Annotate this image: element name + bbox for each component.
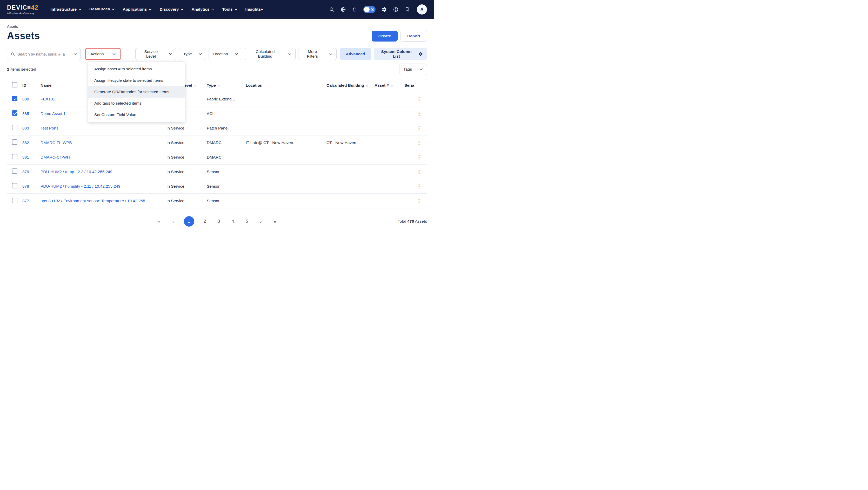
nav-item-infrastructure[interactable]: Infrastructure <box>51 5 81 14</box>
table-row: 881 DMARC-CT-WH In Service DMARC ⋮ <box>7 150 427 165</box>
chevron-down-icon <box>211 8 214 10</box>
row-checkbox[interactable] <box>12 168 18 174</box>
asset-name-link[interactable]: Demo Asset 1 <box>40 111 66 116</box>
nav-item-analytics[interactable]: Analytics <box>191 5 214 14</box>
bookmark-icon[interactable] <box>404 7 410 12</box>
nav-item-applications[interactable]: Applications <box>123 5 151 14</box>
row-actions-kebab[interactable]: ⋮ <box>416 184 422 189</box>
asset-name-link[interactable]: Test Ports <box>40 126 58 130</box>
main-content: Assets Assets Create Report × Actions Se… <box>0 24 434 227</box>
select-all-checkbox[interactable] <box>12 82 18 88</box>
service-level-cell: In Service <box>166 126 207 131</box>
row-actions-kebab[interactable]: ⋮ <box>416 169 422 174</box>
page-button-1[interactable]: 1 <box>184 216 194 227</box>
row-actions-kebab[interactable]: ⋮ <box>416 140 422 145</box>
bell-icon[interactable] <box>352 7 358 12</box>
asset-id-link[interactable]: 888 <box>22 97 29 101</box>
selection-status: 2 items selected <box>7 67 36 72</box>
system-column-list-label: System Column List <box>378 49 415 59</box>
chevron-down-icon <box>199 53 202 55</box>
advanced-button[interactable]: Advanced <box>340 48 371 60</box>
row-checkbox[interactable] <box>12 139 18 145</box>
globe-icon[interactable] <box>341 7 346 12</box>
nav-item-tools[interactable]: Tools <box>222 5 237 14</box>
clear-search-icon[interactable]: × <box>74 52 77 57</box>
service-level-cell: In Service <box>166 184 207 189</box>
column-header-id[interactable]: ID↑↓ <box>22 83 40 88</box>
column-header-serial[interactable]: Seria <box>404 83 421 88</box>
page-button-2[interactable]: 2 <box>202 219 208 224</box>
row-checkbox[interactable] <box>12 125 18 130</box>
row-actions-kebab[interactable]: ⋮ <box>416 198 422 204</box>
page: DEVIC≡42 A Freshworks Company Infrastruc… <box>0 0 434 245</box>
type-cell: DMARC <box>207 155 246 160</box>
row-checkbox[interactable] <box>12 110 18 116</box>
first-page-button[interactable]: « <box>156 219 163 224</box>
calculated-building-dropdown[interactable]: Calculated Building <box>245 48 296 60</box>
chevron-down-icon <box>79 8 81 10</box>
search-icon <box>11 52 15 56</box>
asset-name-link[interactable]: DMARC-FL-WPB <box>40 140 72 145</box>
row-actions-kebab[interactable]: ⋮ <box>416 125 422 131</box>
main-nav: Infrastructure Resources Applications Di… <box>51 5 263 14</box>
asset-name-link[interactable]: PDU-HUM2 / temp - 2.2 / 10.42.255.249 <box>40 169 113 174</box>
device42-logo[interactable]: DEVIC≡42 A Freshworks Company <box>7 5 38 14</box>
row-checkbox[interactable] <box>12 198 18 203</box>
menu-item-set-custom-field[interactable]: Set Custom Field Value <box>88 109 185 121</box>
asset-id-link[interactable]: 883 <box>22 126 29 130</box>
asset-id-link[interactable]: 879 <box>22 169 29 174</box>
create-button[interactable]: Create <box>372 31 398 41</box>
column-header-calculated-building[interactable]: Calculated Building↑↓ <box>327 83 374 88</box>
page-button-4[interactable]: 4 <box>229 219 236 224</box>
avatar[interactable]: A <box>417 4 427 14</box>
last-page-button[interactable]: » <box>272 219 278 224</box>
asset-id-link[interactable]: 881 <box>22 155 29 159</box>
row-actions-kebab[interactable]: ⋮ <box>416 155 422 160</box>
more-filters-dropdown[interactable]: More Filters <box>298 48 336 60</box>
row-actions-kebab[interactable]: ⋮ <box>416 96 422 102</box>
location-dropdown[interactable]: Location <box>209 48 242 60</box>
tags-dropdown[interactable]: Tags <box>399 64 427 75</box>
search-input[interactable] <box>18 52 72 56</box>
breadcrumb[interactable]: Assets <box>7 24 427 29</box>
page-button-3[interactable]: 3 <box>216 219 222 224</box>
column-header-location[interactable]: Location↑↓ <box>246 83 327 88</box>
asset-id-link[interactable]: 882 <box>22 140 29 145</box>
system-column-list-button[interactable]: System Column List <box>374 48 427 60</box>
asset-name-link[interactable]: DMARC-CT-WH <box>40 155 70 159</box>
type-dropdown[interactable]: Type <box>179 48 206 60</box>
asset-id-link[interactable]: 878 <box>22 184 29 188</box>
service-level-dropdown[interactable]: Service Level <box>135 48 176 60</box>
actions-dropdown[interactable]: Actions <box>86 48 121 60</box>
row-actions-kebab[interactable]: ⋮ <box>416 111 422 116</box>
asset-name-link[interactable]: PDU-HUM2 / humidity - 2.11 / 10.42.255.2… <box>40 184 120 188</box>
column-header-asset-number[interactable]: Asset #↑↓ <box>374 83 404 88</box>
theme-toggle[interactable] <box>363 6 376 13</box>
asset-id-link[interactable]: 885 <box>22 111 29 116</box>
nav-item-resources[interactable]: Resources <box>89 5 115 14</box>
table-header: ID↑↓ Name↑↓ Service Level↑↓ Type↑↓ Locat… <box>7 79 427 92</box>
asset-name-link[interactable]: ups-8-r102 / Environment sensor: Tempera… <box>40 199 150 203</box>
menu-item-add-tags[interactable]: Add tags to selected items <box>88 98 185 109</box>
page-button-5[interactable]: 5 <box>244 219 250 224</box>
search-icon[interactable] <box>329 7 335 12</box>
asset-name-link[interactable]: FEX101 <box>40 97 55 101</box>
asset-id-link[interactable]: 877 <box>22 199 29 203</box>
report-button[interactable]: Report <box>401 31 427 41</box>
help-icon[interactable] <box>393 7 398 12</box>
menu-item-assign-asset-number[interactable]: Assign asset # to selected items <box>88 63 185 75</box>
row-checkbox[interactable] <box>12 96 18 101</box>
gear-icon[interactable] <box>381 7 387 12</box>
selection-row: 2 items selected Tags <box>7 64 427 75</box>
search-box[interactable]: × <box>7 48 81 60</box>
next-page-button[interactable]: › <box>258 219 265 224</box>
row-checkbox[interactable] <box>12 183 18 188</box>
chevron-down-icon <box>113 53 116 55</box>
prev-page-button[interactable]: ‹ <box>170 219 177 224</box>
nav-item-discovery[interactable]: Discovery <box>159 5 183 14</box>
nav-item-insights[interactable]: Insights+ <box>245 5 263 14</box>
row-checkbox[interactable] <box>12 154 18 159</box>
menu-item-assign-lifecycle-state[interactable]: Assign lifecycle state to selected Items <box>88 75 185 86</box>
column-header-type[interactable]: Type↑↓ <box>207 83 246 88</box>
menu-item-generate-qr-barcodes[interactable]: Generate QR/Barcodes for selected Items <box>88 86 185 98</box>
